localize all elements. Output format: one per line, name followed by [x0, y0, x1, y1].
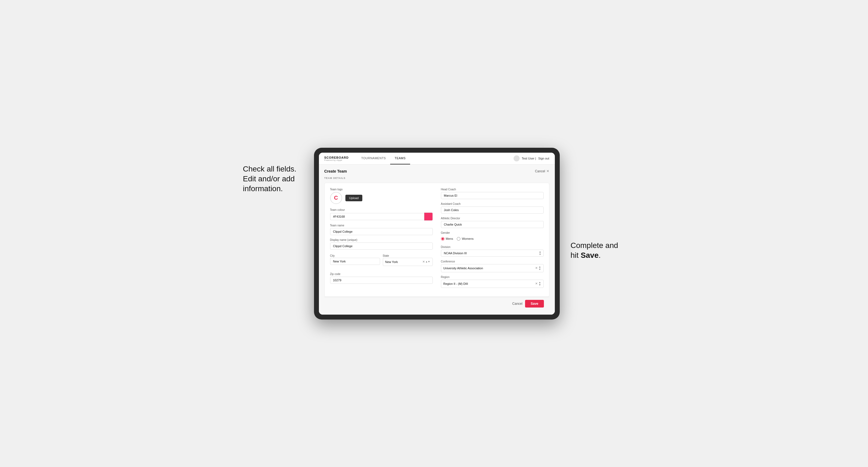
state-clear-icon[interactable]: ✕ — [423, 260, 425, 263]
zip-label: Zip code — [330, 273, 433, 276]
app-logo: SCOREBOARD Powered by clippd — [324, 156, 349, 161]
division-select-wrap: NCAA Division III NCAA Division I NCAA D… — [441, 250, 544, 257]
gender-mens-option[interactable]: Mens — [441, 237, 453, 241]
team-colour-field: Team colour — [330, 208, 433, 221]
conference-label: Conference — [441, 260, 544, 263]
region-select[interactable]: Region II - (M) DIII ✕ ▲▼ — [441, 280, 544, 288]
city-field: City — [330, 253, 380, 266]
division-select[interactable]: NCAA Division III NCAA Division I NCAA D… — [441, 250, 544, 257]
division-field: Division NCAA Division III NCAA Division… — [441, 246, 544, 257]
logo-circle: C — [330, 192, 342, 204]
gender-womens-radio[interactable] — [457, 237, 460, 241]
page-title-bar: Create Team Cancel ✕ — [324, 169, 549, 174]
annotation-right-text: Complete and hit Save. — [571, 241, 625, 260]
athletic-director-field: Athletic Director — [441, 217, 544, 228]
user-avatar — [514, 155, 520, 161]
gender-field: Gender Mens Womens — [441, 231, 544, 242]
state-label: State — [383, 254, 389, 257]
form-card: Team logo C Upload Team colo — [324, 183, 549, 297]
upload-button[interactable]: Upload — [345, 195, 363, 201]
head-coach-label: Head Coach — [441, 188, 544, 191]
head-coach-input[interactable] — [441, 192, 544, 199]
form-right-col: Head Coach Assistant Coach Athletic Dire… — [441, 188, 544, 291]
logo-area: C Upload — [330, 192, 433, 204]
form-footer: Cancel Save — [324, 297, 549, 310]
gender-mens-radio[interactable] — [441, 237, 444, 241]
section-label: TEAM DETAILS — [324, 177, 549, 180]
team-colour-label: Team colour — [330, 208, 433, 211]
cancel-top-label[interactable]: Cancel — [535, 169, 545, 173]
conference-value: University Athletic Association — [443, 267, 535, 270]
zip-field: Zip code — [330, 273, 433, 284]
save-button[interactable]: Save — [525, 300, 544, 308]
color-swatch[interactable] — [424, 213, 433, 221]
assistant-coach-input[interactable] — [441, 207, 544, 214]
region-clear-icon[interactable]: ✕ — [535, 282, 538, 285]
gender-label: Gender — [441, 231, 544, 234]
page-title: Create Team — [324, 169, 347, 174]
city-input[interactable] — [330, 258, 380, 265]
conference-field: Conference University Athletic Associati… — [441, 260, 544, 272]
region-value: Region II - (M) DIII — [443, 282, 535, 285]
team-name-input[interactable] — [330, 228, 433, 235]
logo-letter: C — [334, 195, 338, 201]
team-name-field: Team name — [330, 224, 433, 235]
form-left-col: Team logo C Upload Team colo — [330, 188, 433, 291]
gender-womens-label: Womens — [462, 237, 473, 240]
region-arrows-icon: ▲▼ — [539, 281, 541, 286]
state-select-wrap: New York California Texas ✕ ▲▼ — [383, 258, 433, 266]
sign-out-link[interactable]: Sign out — [538, 157, 549, 160]
close-icon[interactable]: ✕ — [546, 169, 549, 173]
region-controls: ✕ ▲▼ — [535, 281, 541, 286]
tablet-device: SCOREBOARD Powered by clippd TOURNAMENTS… — [314, 148, 560, 319]
state-select[interactable]: New York California Texas — [385, 260, 423, 263]
cancel-top-button[interactable]: Cancel ✕ — [535, 169, 549, 173]
gender-womens-option[interactable]: Womens — [457, 237, 473, 241]
display-name-field: Display name (unique) — [330, 239, 433, 250]
team-logo-label: Team logo — [330, 188, 433, 191]
gender-mens-label: Mens — [446, 237, 453, 240]
state-arrows-icon: ▲▼ — [425, 260, 430, 263]
logo-main-text: SCOREBOARD — [324, 156, 349, 159]
zip-input[interactable] — [330, 277, 433, 284]
color-text-input[interactable] — [330, 213, 424, 220]
division-label: Division — [441, 246, 544, 249]
state-field: State New York California Texas ✕ — [383, 253, 433, 266]
assistant-coach-field: Assistant Coach — [441, 203, 544, 214]
city-state-row: City State New York Californi — [330, 253, 433, 266]
athletic-director-label: Athletic Director — [441, 217, 544, 220]
nav-bar: SCOREBOARD Powered by clippd TOURNAMENTS… — [319, 153, 555, 165]
user-area: Test User | Sign out — [514, 155, 549, 161]
region-label: Region — [441, 276, 544, 279]
color-input-row — [330, 213, 433, 221]
user-name: Test User | — [522, 157, 536, 160]
display-name-label: Display name (unique) — [330, 239, 433, 242]
nav-tabs: TOURNAMENTS TEAMS — [357, 153, 514, 165]
assistant-coach-label: Assistant Coach — [441, 203, 544, 206]
annotation-left: Check all fields. Edit and/or add inform… — [243, 148, 303, 194]
annotation-left-text: Check all fields. Edit and/or add inform… — [243, 164, 303, 194]
tab-tournaments[interactable]: TOURNAMENTS — [357, 153, 390, 165]
annotation-right: Complete and hit Save. — [571, 148, 625, 260]
team-logo-field: Team logo C Upload — [330, 188, 433, 205]
region-field: Region Region II - (M) DIII ✕ ▲▼ — [441, 276, 544, 288]
form-two-col: Team logo C Upload Team colo — [330, 188, 544, 291]
city-state-group: City State New York Californi — [330, 253, 433, 269]
cancel-button[interactable]: Cancel — [512, 302, 522, 306]
tab-teams[interactable]: TEAMS — [390, 153, 410, 165]
head-coach-field: Head Coach — [441, 188, 544, 199]
logo-sub-text: Powered by clippd — [324, 159, 349, 161]
gender-radio-group: Mens Womens — [441, 236, 544, 242]
conference-arrows-icon: ▲▼ — [539, 266, 541, 271]
content-area: Create Team Cancel ✕ TEAM DETAILS — [319, 165, 555, 315]
conference-select[interactable]: University Athletic Association ✕ ▲▼ — [441, 264, 544, 272]
city-label: City — [330, 254, 335, 257]
display-name-input[interactable] — [330, 243, 433, 250]
tablet-screen: SCOREBOARD Powered by clippd TOURNAMENTS… — [319, 153, 555, 315]
conference-controls: ✕ ▲▼ — [535, 266, 541, 271]
conference-clear-icon[interactable]: ✕ — [535, 267, 538, 270]
athletic-director-input[interactable] — [441, 221, 544, 228]
team-name-label: Team name — [330, 224, 433, 227]
